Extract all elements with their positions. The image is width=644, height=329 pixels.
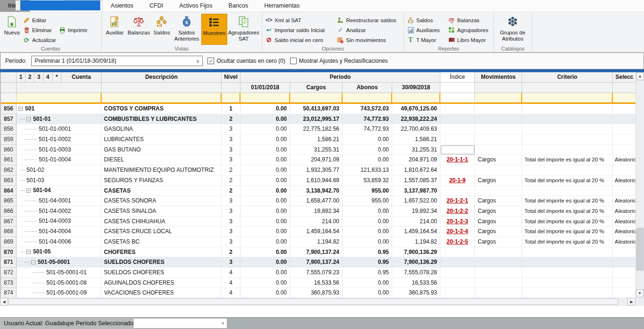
cell-seleccion[interactable] xyxy=(613,288,636,297)
cell-criterio[interactable] xyxy=(522,186,613,196)
tab-activos-fijos[interactable]: Activos Fijos xyxy=(171,0,220,12)
eliminar-button[interactable]: Eliminar xyxy=(22,25,53,34)
cell-movimientos[interactable]: Cargos xyxy=(475,176,522,186)
cell-seleccion[interactable] xyxy=(613,135,636,145)
cell-criterio[interactable]: Total del importe es igual al 20 % xyxy=(522,176,613,186)
cell-amount[interactable]: 0.00 xyxy=(240,288,290,297)
cell-cuenta[interactable]: −501-05 xyxy=(17,247,102,258)
cell-amount[interactable]: 0.00 xyxy=(240,247,290,258)
cell-cuenta[interactable]: 501-05-0001-09 xyxy=(17,288,102,297)
table-row[interactable]: 868501-04-0004CASETAS CRUCE LOCAL30.001,… xyxy=(1,227,644,237)
cell-indice[interactable] xyxy=(440,186,475,196)
cell-indice[interactable] xyxy=(440,135,475,145)
cell-criterio[interactable] xyxy=(522,104,613,114)
cell-amount[interactable]: 19,892.34 xyxy=(392,206,440,217)
reestructurar-button[interactable]: Reestructurar saldos xyxy=(335,16,402,25)
cell-nivel[interactable]: 4 xyxy=(222,278,240,288)
index-link[interactable]: 20-1-2-1 xyxy=(440,196,474,206)
cell-criterio[interactable] xyxy=(522,165,613,176)
table-row[interactable]: 859501-01-0002LUBRICANTES30.001,586.210.… xyxy=(1,135,644,145)
cell-amount[interactable]: 31,255.31 xyxy=(392,145,440,155)
level-1-button[interactable]: 1 xyxy=(17,72,26,83)
collapse-icon[interactable]: − xyxy=(31,260,35,264)
cell-nivel[interactable]: 3 xyxy=(222,257,240,268)
cell-nivel[interactable]: 3 xyxy=(222,155,240,165)
cell-amount[interactable]: 0.00 xyxy=(343,217,392,227)
row-number[interactable]: 867 xyxy=(1,217,17,227)
cell-amount[interactable]: 0.00 xyxy=(343,155,392,165)
row-number[interactable]: 864 xyxy=(1,186,17,196)
cell-criterio[interactable] xyxy=(522,124,613,135)
cell-criterio[interactable]: Total del importe es igual al 20 % xyxy=(522,237,613,247)
cell-movimientos[interactable] xyxy=(475,135,522,145)
cell-cuenta[interactable]: 501-01-0002 xyxy=(17,135,102,145)
filter-movimientos[interactable] xyxy=(475,93,522,104)
cell-movimientos[interactable]: Cargos xyxy=(475,155,522,165)
cell-amount[interactable]: 0.00 xyxy=(240,114,290,125)
cell-movimientos[interactable] xyxy=(475,278,522,288)
cell-seleccion[interactable] xyxy=(613,278,636,288)
filter-nivel[interactable] xyxy=(222,93,240,104)
cell-indice[interactable] xyxy=(440,104,475,114)
cell-amount[interactable]: 204,971.09 xyxy=(290,155,343,165)
row-number[interactable]: 863 xyxy=(1,176,17,186)
cell-amount[interactable]: 3,138,942.70 xyxy=(290,186,343,196)
cell-criterio[interactable]: Total del importe es igual al 20 % xyxy=(522,217,613,227)
cell-descripcion[interactable]: AGUINALDOS CHOFERES xyxy=(102,278,222,288)
cell-indice[interactable] xyxy=(440,247,475,258)
index-link[interactable]: 20-1-1-1 xyxy=(440,155,474,165)
cell-amount[interactable]: 19,892.34 xyxy=(290,206,343,217)
header-abonos[interactable]: Abonos xyxy=(343,83,392,93)
cell-amount[interactable]: 1,557,085.37 xyxy=(392,176,440,186)
tab-cfdi[interactable]: CFDI xyxy=(141,0,171,12)
table-row[interactable]: 867501-04-0003CASETAS CHIHUAHUA30.00214.… xyxy=(1,217,644,227)
cell-amount[interactable]: 1,194.82 xyxy=(290,237,343,247)
cell-seleccion[interactable] xyxy=(613,114,636,125)
cell-seleccion[interactable]: Aleatorio xyxy=(613,206,636,217)
row-number[interactable]: 857 xyxy=(1,114,17,125)
header-fecha-inicial[interactable]: 01/01/2018 xyxy=(240,83,290,93)
table-row[interactable]: 873501-05-0001-08AGUINALDOS CHOFERES40.0… xyxy=(1,278,644,288)
table-row[interactable]: 874501-05-0001-09VACACIONES CHOFERES40.0… xyxy=(1,288,644,297)
cell-amount[interactable]: 1,586.21 xyxy=(290,135,343,145)
horizontal-scrollbar[interactable]: ◀ ▶ xyxy=(0,297,635,306)
cell-amount[interactable]: 0.00 xyxy=(240,217,290,227)
cell-criterio[interactable] xyxy=(522,114,613,125)
table-row[interactable]: 857−501-01COMBUSTIBLES Y LUBRICANTES20.0… xyxy=(1,114,644,125)
cell-amount[interactable]: 214.00 xyxy=(392,217,440,227)
saldo-cero-button[interactable]: Ø Saldo inicial en cero xyxy=(264,35,335,44)
agrupadores-sat-button[interactable]: Agrupadores SAT xyxy=(227,14,260,45)
level-4-button[interactable]: 4 xyxy=(43,72,52,83)
cell-amount[interactable]: 214.00 xyxy=(290,217,343,227)
period-dropdown[interactable]: Preliminar 1 (01/01/18-30/09/18) ∨ xyxy=(31,56,203,66)
cell-amount[interactable]: 22,775,182.56 xyxy=(290,124,343,135)
collapse-icon[interactable]: − xyxy=(26,250,31,254)
cell-amount[interactable]: 1,810,672.64 xyxy=(392,165,440,176)
table-row[interactable]: 872501-05-0001-01SUELDOS CHOFERES40.007,… xyxy=(1,268,644,278)
horizontal-scroll-thumb[interactable] xyxy=(9,298,618,305)
cell-indice[interactable] xyxy=(440,288,475,297)
importar-saldo-button[interactable]: ↩ Importar saldo Inicial xyxy=(264,25,335,34)
cell-amount[interactable]: 1,194.82 xyxy=(392,237,440,247)
cell-criterio[interactable]: Total del importe es igual al 20 % xyxy=(522,227,613,237)
cell-movimientos[interactable] xyxy=(475,114,522,125)
filter-descripcion[interactable] xyxy=(102,93,222,104)
cell-nivel[interactable]: 3 xyxy=(222,227,240,237)
tab-asientos[interactable]: Asientos xyxy=(103,0,141,12)
cell-criterio[interactable] xyxy=(522,268,613,278)
row-number[interactable]: 856 xyxy=(1,104,17,114)
cell-amount[interactable]: 0.00 xyxy=(343,206,392,217)
header-descripcion[interactable]: Descripción xyxy=(102,72,222,83)
cell-nivel[interactable]: 2 xyxy=(222,176,240,186)
cell-amount[interactable]: 1,657,522.00 xyxy=(392,196,440,206)
level-3-button[interactable]: 3 xyxy=(34,72,43,83)
cell-amount[interactable]: 22,938,222.24 xyxy=(392,114,440,125)
cell-amount[interactable]: 360,875.93 xyxy=(392,288,440,297)
table-row[interactable]: 856−501COSTOS Y COMPRAS10.0050,413,697.0… xyxy=(1,104,644,114)
libro-mayor-button[interactable]: Libro Mayor xyxy=(447,35,491,44)
filter-abonos[interactable] xyxy=(343,93,392,104)
cell-amount[interactable]: 0.00 xyxy=(343,237,392,247)
cell-seleccion[interactable] xyxy=(613,247,636,258)
row-number[interactable]: 861 xyxy=(1,155,17,165)
auxiliar-button[interactable]: Auxiliar xyxy=(103,14,126,45)
